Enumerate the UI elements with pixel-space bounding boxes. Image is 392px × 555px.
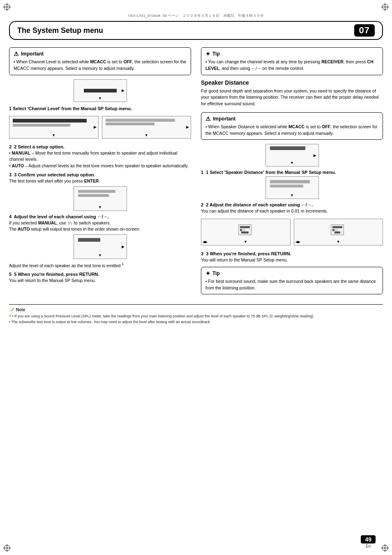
screen-mockup-1: ▶ ▼ bbox=[74, 79, 127, 102]
step2-heading-right: 2 2 Adjust the distance of each speaker … bbox=[201, 202, 383, 207]
step3-heading-left: 3 3 Confirm your selected setup option. bbox=[9, 172, 191, 177]
note-footer-lines: † • If you are using a Sound Pressure Le… bbox=[9, 314, 383, 325]
tip-icon-2: ✦ bbox=[205, 270, 210, 277]
dual-screen-1: ▶ ▼ ▶ ▼ bbox=[9, 113, 191, 141]
step4-body-left: If you selected MANUAL, use ↑/↓ to switc… bbox=[9, 220, 191, 233]
tip-box-2: ✦ Tip • For best surround sound, make su… bbox=[201, 267, 383, 295]
step4-heading-left: 4 Adjust the level of each channel using… bbox=[9, 214, 191, 219]
tip-icon-1: ✦ bbox=[205, 51, 210, 57]
speaker-distance-title: Speaker Distance bbox=[201, 79, 383, 86]
tip-body-2: • For best surround sound, make sure the… bbox=[205, 278, 378, 291]
step3-body-right: You will return to the Manual SP Setup m… bbox=[201, 257, 383, 264]
important-box-1: ⚠ Important • When Channel Level is sele… bbox=[9, 47, 191, 75]
important-body-2: • When Speaker Distance is selected whil… bbox=[205, 124, 378, 137]
dual-screen-r: ◀▶ ▼ bbox=[201, 216, 383, 248]
left-column: ⚠ Important • When Channel Level is sele… bbox=[9, 47, 191, 298]
step2-body-left: • MANUAL – Move the test tone manually f… bbox=[9, 150, 191, 169]
tip-header-2: ✦ Tip bbox=[205, 270, 378, 277]
chapter-badge: 07 bbox=[354, 24, 375, 37]
important-box-2: ⚠ Important • When Speaker Distance is s… bbox=[201, 112, 383, 140]
note-footer-header: 📝 Note bbox=[9, 307, 383, 313]
important-header-1: ⚠ Important bbox=[14, 51, 187, 57]
step1-heading-left: 1 Select 'Channel Level' from the Manual… bbox=[9, 106, 191, 111]
step3-body-left: The test tones will start after you pres… bbox=[9, 178, 191, 185]
step1-heading-right: 1 1 Select 'Speaker Distance' from the M… bbox=[201, 170, 383, 175]
speaker-distance-section: Speaker Distance For good sound depth an… bbox=[201, 79, 383, 107]
note-line-2: • The subwoofer test tone is output at l… bbox=[9, 319, 383, 325]
top-meta: VSX-LX51_IIY.book 49 ページ ２００８年４月１６日 水曜日 … bbox=[9, 13, 383, 18]
step4-body2-left: Adjust the level of each speaker as the … bbox=[9, 261, 191, 269]
screen-mockup-4: ▶ ▼ bbox=[74, 234, 127, 259]
step2-heading-left: 2 2 Select a setup option. bbox=[9, 144, 191, 149]
important-header-2: ⚠ Important bbox=[205, 116, 378, 122]
tip-body-1: • You can change the channel levels at a… bbox=[205, 59, 378, 72]
step5-heading-left: 5 5 When you're finished, press RETURN. bbox=[9, 272, 191, 277]
content-columns: ⚠ Important • When Channel Level is sele… bbox=[9, 47, 383, 298]
screen-mockup-2a: ▶ ▼ bbox=[9, 116, 99, 139]
page: VSX-LX51_IIY.book 49 ページ ２００８年４月１６日 水曜日 … bbox=[0, 0, 392, 555]
note-line-1: † • If you are using a Sound Pressure Le… bbox=[9, 314, 383, 319]
step3-heading-right: 3 3 When you're finished, press RETURN. bbox=[201, 251, 383, 256]
speaker-distance-intro: For good sound depth and separation from… bbox=[201, 88, 383, 107]
screen-mockup-r3b: ◀▶ ▼ bbox=[294, 219, 383, 245]
warning-icon-2: ⚠ bbox=[205, 116, 211, 122]
tip-box-1: ✦ Tip • You can change the channel level… bbox=[201, 47, 383, 75]
screen-mockup-r1: ▶ ▼ bbox=[265, 144, 319, 166]
screen-mockup-r3a: ◀▶ ▼ bbox=[201, 219, 291, 245]
page-number: 49 bbox=[361, 535, 376, 543]
page-lang: En bbox=[361, 544, 376, 548]
page-title: The System Setup menu bbox=[17, 26, 103, 35]
warning-icon-1: ⚠ bbox=[14, 51, 19, 57]
note-icon: 📝 bbox=[9, 307, 14, 313]
tip-header-1: ✦ Tip bbox=[205, 51, 378, 57]
note-footer: 📝 Note † • If you are using a Sound Pres… bbox=[9, 304, 383, 325]
step2-body-right: You can adjust the distance of each spea… bbox=[201, 208, 383, 215]
screen-mockup-r2: ▼ bbox=[265, 176, 319, 199]
page-number-area: 49 En bbox=[361, 535, 376, 548]
screen-mockup-3: ▼ bbox=[74, 186, 127, 211]
screen-mockup-2b: ▶ ▼ bbox=[102, 116, 191, 139]
important-body-1: • When Channel Level is selected while M… bbox=[14, 59, 187, 72]
right-column: ✦ Tip • You can change the channel level… bbox=[201, 47, 383, 298]
header-bar: The System Setup menu 07 bbox=[9, 21, 383, 40]
step5-body-left: You will return to the Manual SP Setup m… bbox=[9, 278, 191, 284]
